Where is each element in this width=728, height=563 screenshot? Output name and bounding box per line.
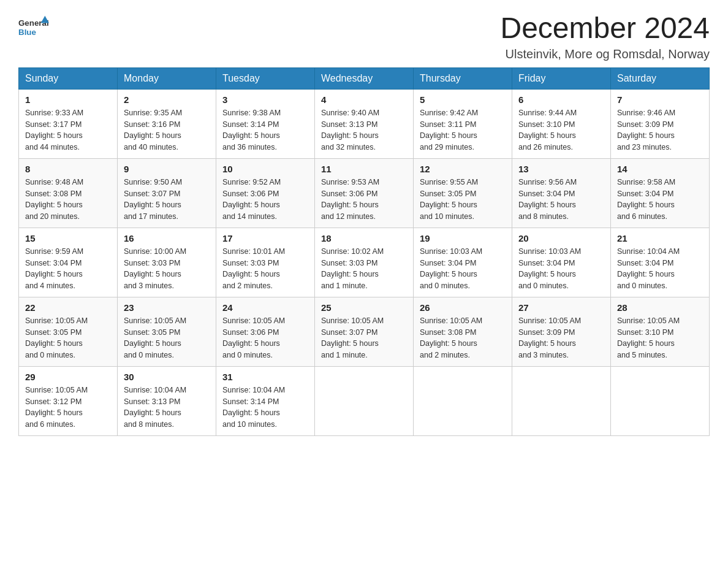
calendar-cell: 19Sunrise: 10:03 AMSunset: 3:04 PMDaylig… [414,228,512,297]
day-info: Sunrise: 9:40 AMSunset: 3:13 PMDaylight:… [321,107,407,153]
day-number: 24 [222,302,308,313]
day-number: 2 [124,94,210,105]
day-number: 23 [124,302,210,313]
calendar-cell: 30Sunrise: 10:04 AMSunset: 3:13 PMDaylig… [118,366,216,435]
calendar-cell: 10Sunrise: 9:52 AMSunset: 3:06 PMDayligh… [216,158,315,228]
day-info: Sunrise: 10:04 AMSunset: 3:04 PMDaylight… [617,246,703,292]
day-info: Sunrise: 9:50 AMSunset: 3:07 PMDaylight:… [124,177,210,223]
day-number: 11 [321,164,407,174]
calendar-cell: 17Sunrise: 10:01 AMSunset: 3:03 PMDaylig… [216,228,315,297]
calendar-table: SundayMondayTuesdayWednesdayThursdayFrid… [18,67,710,436]
day-info: Sunrise: 9:42 AMSunset: 3:11 PMDaylight:… [420,107,506,153]
day-number: 1 [25,94,111,105]
day-info: Sunrise: 10:05 AMSunset: 3:06 PMDaylight… [222,315,308,361]
calendar-cell [315,366,414,435]
day-info: Sunrise: 10:05 AMSunset: 3:05 PMDaylight… [124,315,210,361]
day-info: Sunrise: 10:04 AMSunset: 3:14 PMDaylight… [222,385,308,431]
calendar-cell: 31Sunrise: 10:04 AMSunset: 3:14 PMDaylig… [216,366,315,435]
calendar-header-row: SundayMondayTuesdayWednesdayThursdayFrid… [19,67,710,89]
day-info: Sunrise: 9:59 AMSunset: 3:04 PMDaylight:… [25,246,111,292]
day-number: 5 [420,94,506,105]
calendar-cell: 7Sunrise: 9:46 AMSunset: 3:09 PMDaylight… [611,89,710,158]
col-header-sunday: Sunday [19,67,118,89]
day-number: 14 [617,164,703,174]
day-number: 26 [420,302,506,313]
svg-text:Blue: Blue [18,28,36,37]
calendar-cell: 12Sunrise: 9:55 AMSunset: 3:05 PMDayligh… [414,158,512,228]
col-header-monday: Monday [118,67,216,89]
day-number: 18 [321,233,407,243]
calendar-week-row: 1Sunrise: 9:33 AMSunset: 3:17 PMDaylight… [19,89,710,158]
day-number: 13 [518,164,604,174]
calendar-cell: 8Sunrise: 9:48 AMSunset: 3:08 PMDaylight… [19,158,118,228]
day-number: 20 [518,233,604,243]
day-info: Sunrise: 9:58 AMSunset: 3:04 PMDaylight:… [617,177,703,223]
calendar-cell: 27Sunrise: 10:05 AMSunset: 3:09 PMDaylig… [512,297,611,366]
day-info: Sunrise: 9:46 AMSunset: 3:09 PMDaylight:… [617,107,703,153]
day-info: Sunrise: 9:56 AMSunset: 3:04 PMDaylight:… [518,177,604,223]
calendar-cell: 15Sunrise: 9:59 AMSunset: 3:04 PMDayligh… [19,228,118,297]
day-number: 4 [321,94,407,105]
calendar-week-row: 22Sunrise: 10:05 AMSunset: 3:05 PMDaylig… [19,297,710,366]
day-number: 8 [25,164,111,174]
day-info: Sunrise: 9:55 AMSunset: 3:05 PMDaylight:… [420,177,506,223]
calendar-cell [414,366,512,435]
day-info: Sunrise: 9:52 AMSunset: 3:06 PMDaylight:… [222,177,308,223]
day-number: 22 [25,302,111,313]
day-info: Sunrise: 10:05 AMSunset: 3:05 PMDaylight… [25,315,111,361]
day-info: Sunrise: 9:48 AMSunset: 3:08 PMDaylight:… [25,177,111,223]
day-number: 25 [321,302,407,313]
day-number: 15 [25,233,111,243]
calendar-cell: 11Sunrise: 9:53 AMSunset: 3:06 PMDayligh… [315,158,414,228]
calendar-cell: 21Sunrise: 10:04 AMSunset: 3:04 PMDaylig… [611,228,710,297]
day-number: 3 [222,94,308,105]
day-number: 6 [518,94,604,105]
calendar-cell: 20Sunrise: 10:03 AMSunset: 3:04 PMDaylig… [512,228,611,297]
day-info: Sunrise: 10:05 AMSunset: 3:10 PMDaylight… [617,315,703,361]
day-info: Sunrise: 10:04 AMSunset: 3:13 PMDaylight… [124,385,210,431]
calendar-cell: 2Sunrise: 9:35 AMSunset: 3:16 PMDaylight… [118,89,216,158]
calendar-cell: 6Sunrise: 9:44 AMSunset: 3:10 PMDaylight… [512,89,611,158]
day-info: Sunrise: 10:00 AMSunset: 3:03 PMDaylight… [124,246,210,292]
location-title: Ulsteinvik, More og Romsdal, Norway [500,47,710,61]
day-info: Sunrise: 9:44 AMSunset: 3:10 PMDaylight:… [518,107,604,153]
calendar-week-row: 29Sunrise: 10:05 AMSunset: 3:12 PMDaylig… [19,366,710,435]
col-header-thursday: Thursday [414,67,512,89]
col-header-tuesday: Tuesday [216,67,315,89]
day-number: 28 [617,302,703,313]
day-info: Sunrise: 10:05 AMSunset: 3:12 PMDaylight… [25,385,111,431]
calendar-cell: 29Sunrise: 10:05 AMSunset: 3:12 PMDaylig… [19,366,118,435]
day-info: Sunrise: 10:05 AMSunset: 3:09 PMDaylight… [518,315,604,361]
calendar-cell: 23Sunrise: 10:05 AMSunset: 3:05 PMDaylig… [118,297,216,366]
day-number: 9 [124,164,210,174]
day-number: 27 [518,302,604,313]
calendar-cell [611,366,710,435]
calendar-cell: 26Sunrise: 10:05 AMSunset: 3:08 PMDaylig… [414,297,512,366]
calendar-week-row: 8Sunrise: 9:48 AMSunset: 3:08 PMDaylight… [19,158,710,228]
day-info: Sunrise: 10:03 AMSunset: 3:04 PMDaylight… [518,246,604,292]
calendar-cell: 3Sunrise: 9:38 AMSunset: 3:14 PMDaylight… [216,89,315,158]
day-info: Sunrise: 9:38 AMSunset: 3:14 PMDaylight:… [222,107,308,153]
page-header: General Blue December 2024 Ulsteinvik, M… [18,12,710,61]
calendar-cell: 1Sunrise: 9:33 AMSunset: 3:17 PMDaylight… [19,89,118,158]
title-block: December 2024 Ulsteinvik, More og Romsda… [500,12,710,61]
day-number: 7 [617,94,703,105]
day-number: 17 [222,233,308,243]
month-title: December 2024 [500,12,710,45]
day-info: Sunrise: 10:05 AMSunset: 3:07 PMDaylight… [321,315,407,361]
logo: General Blue [18,12,49,43]
calendar-cell: 13Sunrise: 9:56 AMSunset: 3:04 PMDayligh… [512,158,611,228]
calendar-cell: 24Sunrise: 10:05 AMSunset: 3:06 PMDaylig… [216,297,315,366]
day-info: Sunrise: 9:35 AMSunset: 3:16 PMDaylight:… [124,107,210,153]
day-info: Sunrise: 10:01 AMSunset: 3:03 PMDaylight… [222,246,308,292]
day-number: 19 [420,233,506,243]
calendar-cell: 4Sunrise: 9:40 AMSunset: 3:13 PMDaylight… [315,89,414,158]
day-number: 16 [124,233,210,243]
calendar-cell: 22Sunrise: 10:05 AMSunset: 3:05 PMDaylig… [19,297,118,366]
day-info: Sunrise: 10:03 AMSunset: 3:04 PMDaylight… [420,246,506,292]
day-number: 10 [222,164,308,174]
calendar-cell: 25Sunrise: 10:05 AMSunset: 3:07 PMDaylig… [315,297,414,366]
day-info: Sunrise: 10:02 AMSunset: 3:03 PMDaylight… [321,246,407,292]
day-info: Sunrise: 9:33 AMSunset: 3:17 PMDaylight:… [25,107,111,153]
logo-icon: General Blue [18,12,49,43]
